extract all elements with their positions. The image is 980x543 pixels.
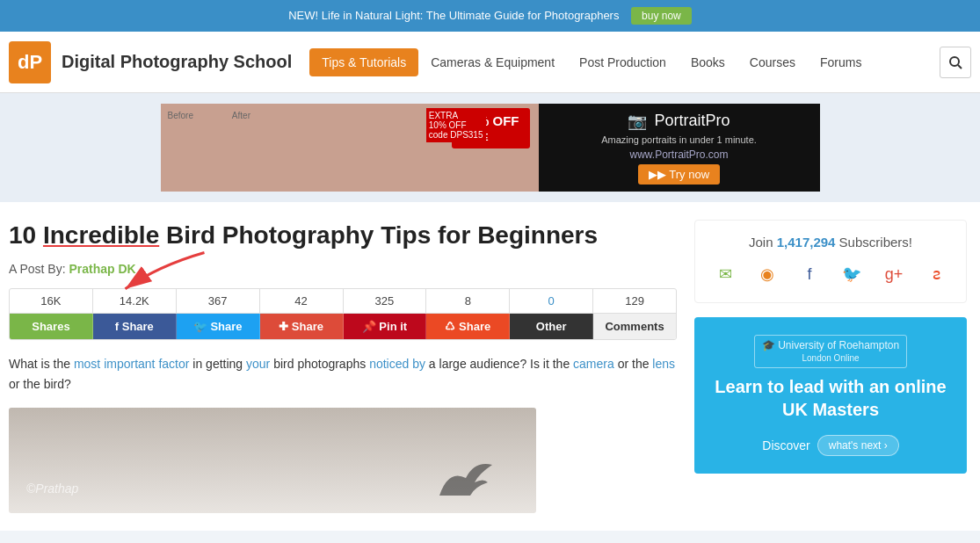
article: 10 Incredible Bird Photography Tips for …: [9, 220, 677, 513]
main-layout: 10 Incredible Bird Photography Tips for …: [0, 202, 980, 531]
article-image: ©Prathap: [9, 408, 536, 513]
stumbleupon-button[interactable]: ♺ Share: [426, 314, 510, 339]
pinterest-button[interactable]: 📌 Pin it: [344, 314, 427, 339]
article-title: 10 Incredible Bird Photography Tips for …: [9, 220, 677, 251]
noticed-link[interactable]: noticed: [369, 357, 409, 371]
camera-link[interactable]: camera: [573, 357, 614, 371]
most-important-link[interactable]: most important factor: [74, 357, 190, 371]
ad-heading: Learn to lead with an online UK Masters: [712, 375, 949, 421]
ad-right[interactable]: 📷 PortraitPro Amazing portraits in under…: [539, 104, 820, 192]
twitter-share-button[interactable]: 🐦 Share: [177, 314, 260, 339]
site-logo[interactable]: dP: [9, 41, 51, 83]
ad-right-url: www.PortraitPro.com: [629, 148, 728, 161]
nav-links: Tips & Tutorials Cameras & Equipment Pos…: [309, 48, 940, 76]
subscriber-count: 1,417,294: [777, 235, 836, 250]
share-count-7: 129: [593, 289, 676, 313]
subscribers-text: Join 1,417,294 Subscribers!: [709, 235, 952, 250]
subscribers-widget: Join 1,417,294 Subscribers! ✉ ◉ f 🐦 g+ ƨ: [694, 220, 967, 303]
comments-button[interactable]: Comments: [593, 314, 676, 339]
ad-university-logo: 🎓 University of RoehamptonLondon Online: [754, 335, 907, 368]
social-icons: ✉ ◉ f 🐦 g+ ƨ: [709, 260, 952, 288]
svg-point-0: [950, 57, 959, 66]
extra-off: EXTRA10% OFFcode DPS315: [426, 108, 486, 142]
share-buttons: Shares f Share 🐦 Share ✚ Share 📌 Pin it …: [10, 314, 676, 339]
facebook-share-button[interactable]: f Share: [93, 314, 177, 339]
search-button[interactable]: [940, 47, 971, 78]
other-share-button[interactable]: Other: [510, 314, 593, 339]
share-count-0: 16K: [10, 289, 93, 313]
discover-button[interactable]: what's next ›: [817, 435, 899, 456]
nav-post-production[interactable]: Post Production: [567, 48, 679, 76]
share-count-6: 0: [510, 289, 593, 313]
ad-left[interactable]: Before After 50% OFFSALE EXTRA10% OFFcod…: [161, 104, 539, 192]
ad-right-title: PortraitPro: [654, 112, 730, 130]
by-link[interactable]: by: [412, 357, 425, 371]
shares-button[interactable]: Shares: [10, 314, 93, 339]
rss-icon[interactable]: ◉: [753, 260, 781, 288]
twitter-icon[interactable]: 🐦: [838, 260, 866, 288]
googleplus-icon[interactable]: g+: [880, 260, 908, 288]
stumbleupon-icon[interactable]: ƨ: [922, 260, 950, 288]
nav-tips-tutorials[interactable]: Tips & Tutorials: [309, 48, 418, 76]
lens-link[interactable]: lens: [652, 357, 675, 371]
ad-try-button[interactable]: ▶▶ Try now: [638, 164, 720, 185]
nav-books[interactable]: Books: [679, 48, 737, 76]
svg-line-1: [958, 65, 962, 69]
article-body: What is the most important factor in get…: [9, 354, 677, 394]
nav-courses[interactable]: Courses: [737, 48, 808, 76]
ad-banner: Before After 50% OFFSALE EXTRA10% OFFcod…: [0, 93, 980, 202]
nav-forums[interactable]: Forums: [808, 48, 874, 76]
main-nav: dP Digital Photography School Tips & Tut…: [0, 32, 980, 93]
share-count-3: 42: [260, 289, 344, 313]
watermark: ©Prathap: [26, 481, 78, 496]
buy-now-button[interactable]: buy now: [631, 7, 692, 25]
email-icon[interactable]: ✉: [711, 260, 739, 288]
banner-text: NEW! Life in Natural Light: The Ultimate…: [288, 9, 619, 22]
facebook-icon[interactable]: f: [795, 260, 824, 288]
top-banner: NEW! Life in Natural Light: The Ultimate…: [0, 0, 980, 32]
ad-before-label: Before After: [168, 111, 250, 120]
highlighted-word: Incredible: [43, 221, 159, 249]
your-link[interactable]: your: [246, 357, 270, 371]
share-count-5: 8: [426, 289, 510, 313]
share-count-4: 325: [344, 289, 427, 313]
discover-label: Discover: [762, 438, 809, 452]
ad-inner: Before After 50% OFFSALE EXTRA10% OFFcod…: [161, 104, 820, 192]
bird-silhouette-icon: [431, 452, 501, 504]
google-share-button[interactable]: ✚ Share: [260, 314, 344, 339]
search-icon: [948, 55, 962, 69]
nav-cameras-equipment[interactable]: Cameras & Equipment: [418, 48, 567, 76]
sidebar: Join 1,417,294 Subscribers! ✉ ◉ f 🐦 g+ ƨ…: [694, 220, 967, 513]
arrow-annotation: [88, 246, 229, 299]
discover-row: Discover what's next ›: [712, 435, 949, 456]
site-title: Digital Photography School: [62, 52, 292, 72]
portrait-pro-brand: 📷 PortraitPro: [628, 112, 730, 131]
ad-right-sub: Amazing portraits in under 1 minute.: [601, 134, 757, 145]
sidebar-ad[interactable]: 🎓 University of RoehamptonLondon Online …: [694, 317, 967, 474]
